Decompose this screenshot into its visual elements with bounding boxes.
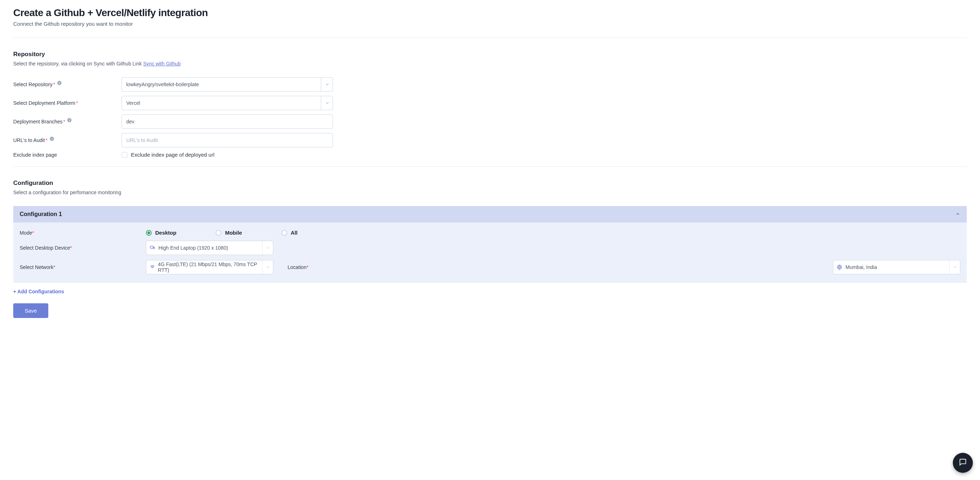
info-icon[interactable]: i [67,118,72,122]
exclude-index-checkbox[interactable] [122,152,127,158]
deployment-platform-label: Select Deployment Platform* [13,100,122,106]
urls-to-audit-label: URL's to Audit* i [13,137,122,143]
deployment-branches-label: Deployment Branches* i [13,119,122,124]
add-configurations-link[interactable]: + Add Configurations [13,289,64,294]
info-icon[interactable]: i [50,137,54,141]
radio-icon [282,230,287,236]
radio-icon [146,230,152,236]
mode-radio-group: Desktop Mobile All [146,230,298,236]
configuration-panel-body: Mode* Desktop Mobile All [13,223,967,283]
configuration-section-subtitle: Select a configuration for perfomance mo… [13,189,967,195]
repository-section-title: Repository [13,51,967,58]
page-subtitle: Connect the Github repository you want t… [13,21,967,27]
configuration-panel: Configuration 1 Mode* Desktop Mobile [13,206,967,283]
configuration-section-title: Configuration [13,180,967,187]
radio-label: Mobile [225,230,242,236]
info-icon[interactable]: i [57,81,62,85]
select-repository-label: Select Repository* i [13,81,122,87]
devices-icon [150,245,156,250]
deployment-platform-dropdown[interactable]: Vercel [122,96,333,110]
device-dropdown[interactable]: High End Laptop (1920 x 1080) [146,241,273,255]
network-dropdown[interactable]: 4G Fast(LTE) (21 Mbps/21 Mbps, 70ms TCP … [146,260,273,274]
network-label: Select Network* [20,264,146,270]
mode-radio-all[interactable]: All [282,230,298,236]
chevron-up-icon [955,211,960,218]
sync-with-github-link[interactable]: Sync with Github [143,61,181,67]
urls-to-audit-input[interactable] [122,133,333,147]
save-button[interactable]: Save [13,303,48,318]
repository-section-subtitle-text: Select the repsistory, via clicking on S… [13,61,143,67]
device-label: Select Desktop Device* [20,245,146,251]
chevron-down-icon [262,241,273,255]
globe-icon [837,265,843,270]
signal-icon [150,265,155,270]
mode-label: Mode* [20,230,146,236]
configuration-panel-title: Configuration 1 [20,211,62,218]
page-title: Create a Github + Vercel/Netlify integra… [13,7,967,19]
location-label: Location* [288,264,833,270]
exclude-index-checkbox-label: Exclude index page of deployed url [131,152,215,158]
svg-rect-1 [154,247,154,249]
location-dropdown[interactable]: Mumbai, India [833,260,960,274]
chevron-down-icon [949,261,960,274]
configuration-panel-header[interactable]: Configuration 1 [13,206,967,223]
radio-label: Desktop [155,230,176,236]
mode-radio-mobile[interactable]: Mobile [216,230,242,236]
configuration-section: Configuration Select a configuration for… [13,180,967,295]
repository-section: Repository Select the repsistory, via cl… [13,51,967,158]
deployment-branches-input[interactable] [122,114,333,129]
radio-label: All [291,230,298,236]
repository-section-subtitle: Select the repsistory, via clicking on S… [13,61,967,67]
radio-icon [216,230,221,236]
mode-radio-desktop[interactable]: Desktop [146,230,176,236]
chevron-down-icon [262,261,273,274]
divider [13,166,967,167]
divider [13,38,967,38]
select-repository-dropdown[interactable]: lowkeyAngry/sveltekit-boilerplate [122,77,333,92]
exclude-index-label: Exclude index page [13,152,122,158]
svg-rect-0 [150,246,153,248]
